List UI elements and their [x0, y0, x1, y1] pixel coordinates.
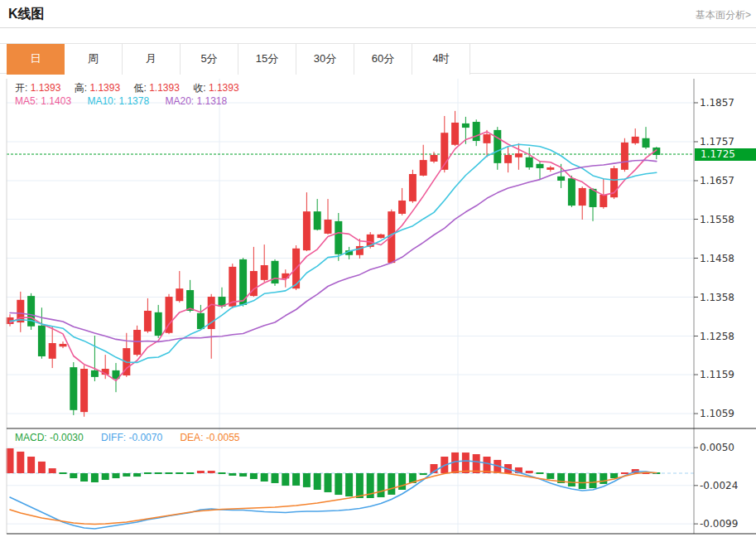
axis-tick-label: 1.1558 — [700, 214, 734, 225]
axis-tick-label: -0.0024 — [700, 480, 738, 491]
axis-tick-label: 1.1159 — [700, 369, 734, 380]
ma-info-bar: MA5: 1.1403 MA10: 1.1378 MA20: 1.1318 — [15, 95, 240, 107]
close-label: 收: — [193, 82, 205, 94]
ma5-info: MA5: 1.1403 — [15, 95, 71, 107]
axis-tick-label: 1.1258 — [700, 331, 734, 342]
macd-value: MACD: -0.0030 — [15, 432, 84, 443]
low-value: 1.1393 — [149, 82, 180, 94]
ohlc-info-bar: 开: 1.1393 高: 1.1393 低: 1.1393 收: 1.1393 — [15, 81, 250, 95]
axis-tick-label: 0.0050 — [700, 442, 734, 453]
axis-tick-label: 1.1757 — [700, 136, 734, 148]
open-label: 开: — [15, 82, 27, 94]
last-price-tag: 1.1725 — [695, 148, 756, 161]
open-value: 1.1393 — [31, 82, 61, 94]
axis-tick-label: 1.1657 — [700, 175, 734, 186]
ma20-info: MA20: 1.1318 — [165, 95, 227, 107]
dea-value: DEA: -0.0055 — [180, 432, 239, 443]
macd-info-bar: MACD: -0.0030 DIFF: -0.0070 DEA: -0.0055 — [15, 432, 240, 443]
diff-value: DIFF: -0.0070 — [101, 432, 162, 443]
axis-tick-label: -0.0099 — [700, 518, 738, 530]
low-label: 低: — [133, 82, 146, 94]
high-value: 1.1393 — [89, 82, 120, 94]
axis-tick-label: 1.1458 — [700, 253, 734, 264]
axis-tick-label: 1.1358 — [700, 292, 734, 303]
axis-tick-label: 1.1857 — [700, 97, 734, 109]
close-value: 1.1393 — [209, 82, 239, 94]
high-label: 高: — [75, 82, 87, 94]
ma10-info: MA10: 1.1378 — [87, 95, 149, 107]
axis-tick-label: 1.1059 — [700, 408, 734, 419]
